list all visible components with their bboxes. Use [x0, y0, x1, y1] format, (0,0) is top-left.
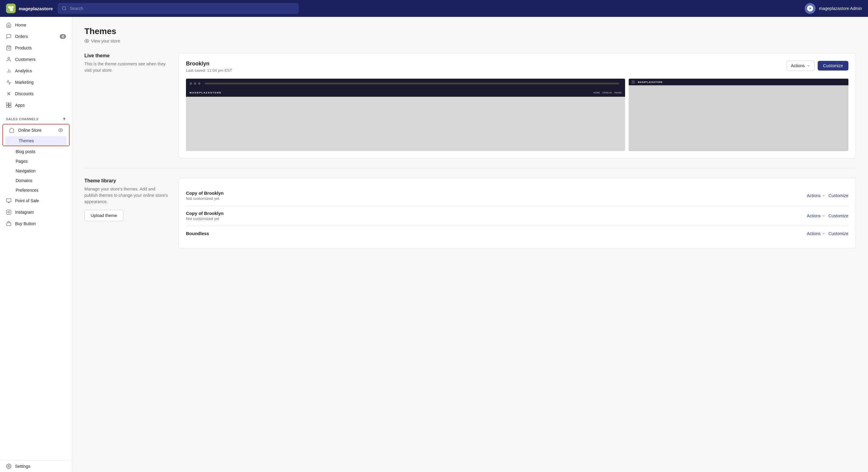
sidebar-item-online-store[interactable]: Online Store	[3, 124, 69, 136]
library-customize-button-3[interactable]: Customize	[829, 231, 848, 236]
theme-name-2: Copy of Brooklyn	[186, 211, 224, 216]
live-theme-actions: Actions Customize	[786, 61, 848, 71]
orders-icon	[6, 34, 11, 39]
avatar[interactable]	[805, 3, 815, 14]
sidebar-nav: Home Orders 4 Products	[0, 17, 72, 232]
sidebar-item-instagram[interactable]: Instagram	[0, 207, 72, 218]
sidebar-item-orders[interactable]: Orders 4	[0, 31, 72, 42]
preview-browser-bar	[186, 79, 625, 88]
preview-url-bar	[205, 83, 619, 84]
live-theme-title: Live theme	[84, 53, 169, 59]
instagram-label: Instagram	[15, 210, 34, 215]
library-customize-button-2[interactable]: Customize	[829, 213, 848, 218]
library-actions-button-2[interactable]: Actions	[807, 213, 826, 218]
library-theme-item: Copy of Brooklyn Not customized yet Acti…	[186, 186, 848, 206]
admin-label: mageplazastore Admin	[819, 6, 862, 11]
sidebar-item-customers[interactable]: Customers	[0, 54, 72, 65]
preview-dot-3	[198, 82, 200, 85]
home-icon	[6, 22, 11, 28]
sidebar-item-domains[interactable]: Domains	[0, 176, 72, 185]
library-customize-button-1[interactable]: Customize	[829, 193, 848, 198]
sidebar-item-settings[interactable]: Settings	[0, 460, 72, 472]
theme-library-left: Theme library Manage your store's themes…	[84, 178, 169, 248]
online-store-label: Online Store	[18, 128, 41, 133]
preview-nav: HOME CATALOG PAGES	[593, 92, 621, 94]
sales-channels-label: SALES CHANNELS	[6, 117, 38, 121]
actions-button[interactable]: Actions	[786, 61, 815, 71]
theme-saved: Last saved: 11:04 pm EST	[186, 68, 232, 73]
sidebar-label-orders: Orders	[15, 34, 28, 39]
brand-name: mageplazastore	[19, 6, 53, 11]
preferences-label: Preferences	[16, 188, 38, 193]
sidebar-item-blog-posts[interactable]: Blog posts	[0, 147, 72, 156]
sidebar-label-customers: Customers	[15, 57, 36, 62]
svg-point-7	[9, 94, 10, 95]
svg-rect-15	[7, 210, 11, 215]
preview-dot-2	[194, 82, 196, 85]
brand-logo[interactable]: mageplazastore	[6, 4, 53, 13]
sidebar-item-navigation[interactable]: Navigation	[0, 166, 72, 176]
svg-rect-14	[7, 199, 11, 202]
svg-point-0	[62, 7, 66, 10]
sidebar-item-preferences[interactable]: Preferences	[0, 185, 72, 195]
search-input[interactable]	[70, 6, 294, 11]
marketing-icon	[6, 80, 11, 85]
settings-icon	[6, 464, 11, 469]
search-bar[interactable]	[58, 3, 299, 14]
live-theme-left: Live theme This is the theme customers s…	[84, 53, 169, 159]
library-theme-item-3: Boundless Actions Customize	[186, 226, 848, 241]
sidebar-item-point-of-sale[interactable]: Point of Sale	[0, 195, 72, 207]
online-store-section-highlight: Online Store Themes	[2, 124, 70, 146]
navigation-label: Navigation	[16, 168, 36, 173]
svg-point-18	[8, 466, 10, 467]
preview-desktop: MAGEPLAZASTORE HOME CATALOG PAGES	[186, 79, 625, 151]
sidebar-item-marketing[interactable]: Marketing	[0, 76, 72, 88]
sidebar-item-analytics[interactable]: Analytics	[0, 65, 72, 76]
svg-point-19	[86, 40, 87, 41]
theme-status-2: Not customized yet	[186, 216, 224, 221]
view-store-label: View your store	[91, 39, 120, 43]
preview-nav-pages: PAGES	[615, 92, 622, 94]
sidebar-item-products[interactable]: Products	[0, 42, 72, 54]
svg-rect-12	[9, 105, 11, 107]
preview-mobile: MAGEPLAZASTORE	[629, 79, 848, 151]
theme-library-desc: Manage your store's themes. Add and publ…	[84, 186, 169, 205]
shopify-logo-icon	[6, 4, 16, 13]
sidebar-label-marketing: Marketing	[15, 80, 33, 85]
theme-library-title: Theme library	[84, 178, 169, 184]
domains-label: Domains	[16, 178, 32, 183]
sidebar-item-pages[interactable]: Pages	[0, 156, 72, 166]
theme-info-2: Copy of Brooklyn Not customized yet	[186, 211, 224, 221]
section-divider	[84, 168, 856, 168]
customize-button[interactable]: Customize	[818, 61, 848, 70]
sidebar-item-themes[interactable]: Themes	[5, 136, 67, 146]
sidebar-label-analytics: Analytics	[15, 68, 32, 73]
theme-name-1: Copy of Brooklyn	[186, 190, 224, 196]
view-store-link[interactable]: View your store	[84, 39, 856, 43]
blog-posts-label: Blog posts	[16, 149, 35, 154]
upload-theme-button[interactable]: Upload theme	[84, 210, 123, 221]
sidebar-label-apps: Apps	[15, 103, 25, 107]
theme-name: Brooklyn	[186, 61, 232, 67]
sidebar-themes-label: Themes	[19, 138, 34, 143]
library-actions-button-1[interactable]: Actions	[807, 193, 826, 198]
library-actions-button-3[interactable]: Actions	[807, 231, 826, 236]
live-theme-info: Brooklyn Last saved: 11:04 pm EST	[186, 61, 232, 73]
sidebar-item-discounts[interactable]: Discounts	[0, 88, 72, 99]
buy-button-icon	[6, 221, 11, 226]
sidebar-item-home[interactable]: Home	[0, 19, 72, 31]
settings-label: Settings	[15, 464, 30, 469]
pos-icon	[6, 198, 11, 203]
preview-mobile-header: MAGEPLAZASTORE	[629, 79, 848, 85]
add-sales-channel-icon[interactable]: +	[63, 116, 66, 122]
sidebar-label-discounts: Discounts	[15, 91, 33, 96]
eye-icon[interactable]	[58, 128, 63, 133]
svg-point-2	[8, 57, 10, 59]
preview-store-header: MAGEPLAZASTORE HOME CATALOG PAGES	[186, 88, 625, 97]
preview-nav-item: HOME	[593, 92, 600, 94]
sidebar-item-buy-button[interactable]: Buy Button	[0, 218, 72, 229]
upload-theme-label: Upload theme	[91, 213, 117, 218]
sidebar-item-apps[interactable]: Apps	[0, 99, 72, 111]
sidebar-label-home: Home	[15, 23, 26, 27]
sales-channels-section: SALES CHANNELS +	[0, 111, 72, 123]
